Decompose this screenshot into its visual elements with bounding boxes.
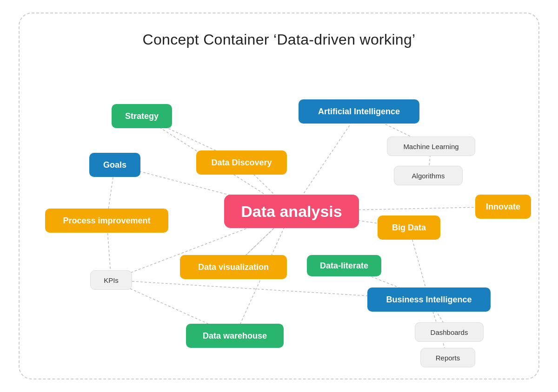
node-goals[interactable]: Goals bbox=[89, 153, 140, 177]
node-data-literate[interactable]: Data-literate bbox=[307, 255, 381, 276]
node-big-data[interactable]: Big Data bbox=[378, 216, 440, 240]
node-artificial-intelligence[interactable]: Artificial Intelligence bbox=[299, 99, 419, 124]
node-data-visualization[interactable]: Data visualization bbox=[180, 255, 287, 279]
node-data-analysis[interactable]: Data analysis bbox=[224, 195, 359, 228]
node-data-discovery[interactable]: Data Discovery bbox=[196, 150, 287, 175]
node-algorithms[interactable]: Algorithms bbox=[394, 166, 463, 185]
node-process-improvement[interactable]: Process improvement bbox=[45, 209, 168, 233]
page-title: Concept Container ‘Data-driven working’ bbox=[20, 13, 538, 48]
node-strategy[interactable]: Strategy bbox=[112, 104, 172, 128]
node-machine-learning[interactable]: Machine Learning bbox=[387, 137, 475, 156]
node-innovate[interactable]: Innovate bbox=[475, 195, 531, 219]
node-business-intelligence[interactable]: Business Intelligence bbox=[367, 287, 491, 312]
node-dashboards[interactable]: Dashboards bbox=[415, 322, 484, 342]
node-reports[interactable]: Reports bbox=[420, 348, 475, 367]
node-kpis[interactable]: KPIs bbox=[90, 270, 132, 290]
node-data-warehouse[interactable]: Data warehouse bbox=[186, 324, 284, 348]
concept-container: Concept Container ‘Data-driven working’ … bbox=[19, 13, 539, 379]
